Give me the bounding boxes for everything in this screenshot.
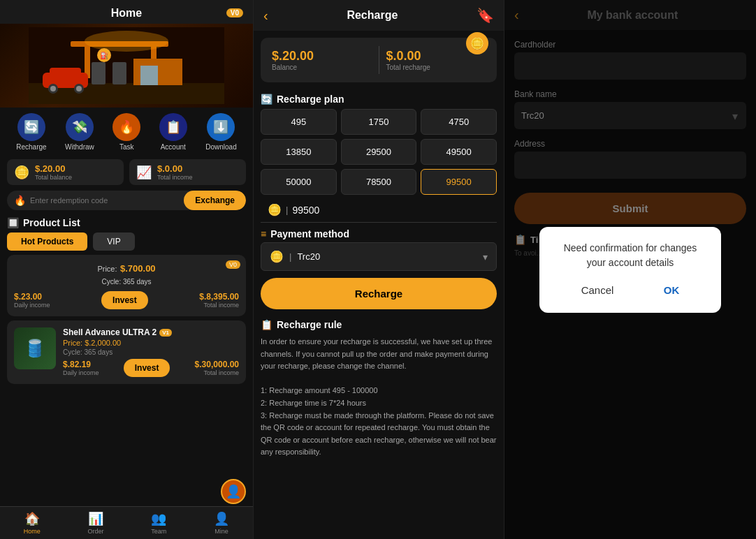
modal-cancel-btn[interactable]: Cancel [570, 281, 625, 299]
card2-stats: $.82.19 Daily income Invest $.30,000.00 … [63, 359, 239, 377]
modal-ok-btn[interactable]: OK [653, 281, 691, 299]
card1-daily-val: $.23.00 [14, 292, 50, 302]
mine-nav-icon: 👤 [214, 511, 229, 526]
avatar-float[interactable]: 👤 [221, 479, 246, 504]
payment-method-name: Trc20 [297, 251, 320, 262]
nav-order[interactable]: 📊 Order [88, 511, 104, 535]
payment-method-left: 🪙 | Trc20 [270, 250, 320, 263]
card2-daily-label: Daily income [63, 369, 99, 376]
card2-info: Shell Advance ULTRA 2 V1 Price: $.2,000.… [63, 327, 239, 377]
svg-rect-10 [50, 68, 81, 78]
card1-total-income: $.8,395.00 Total income [199, 292, 239, 309]
recharge-plan-header: 🔄 Recharge plan [254, 89, 504, 109]
task-icon-item[interactable]: 🔥 Task [112, 113, 140, 151]
svg-rect-7 [92, 62, 106, 84]
svg-point-12 [50, 86, 56, 91]
amount-btn-13850[interactable]: 13850 [261, 139, 337, 165]
card1-daily-label: Daily income [14, 302, 50, 309]
amount-btn-4750[interactable]: 4750 [421, 109, 497, 135]
recharge-panel: ‹ Recharge 🔖 🪙 $.20.00 Balance $.0.00 To… [253, 0, 504, 539]
amount-btn-49500[interactable]: 49500 [421, 139, 497, 165]
modal-box: Need confirmation for changes your accou… [539, 227, 721, 313]
tab-vip[interactable]: VIP [93, 232, 134, 251]
card1-price: $.700.00 [120, 263, 156, 274]
recharge-balance-box: 🪙 $.20.00 Balance $.0.00 Total recharge [261, 38, 497, 82]
home-nav-icon: 🏠 [24, 511, 40, 526]
account-icon: 📋 [159, 113, 187, 141]
card2-daily-val: $.82.19 [63, 360, 99, 369]
svg-rect-8 [112, 62, 126, 84]
exchange-button[interactable]: Exchange [184, 191, 246, 210]
recharge-label: Recharge [16, 143, 46, 151]
amount-btn-99500[interactable]: 99500 [421, 169, 497, 195]
withdraw-icon: 💸 [66, 113, 94, 141]
modal-overlay: Need confirmation for changes your accou… [504, 0, 756, 539]
recharge-back-btn[interactable]: ‹ [263, 8, 268, 24]
fire-icon: 🔥 [14, 195, 26, 206]
product-list-icon: 🔲 [7, 217, 19, 228]
order-nav-label: Order [88, 528, 104, 535]
card1-total-val: $.8,395.00 [199, 292, 239, 302]
svg-point-14 [76, 86, 82, 91]
product-card-1: V0 Price: $.700.00 Cycle: 365 days $.23.… [7, 255, 246, 316]
redeem-row: 🔥 Exchange [7, 191, 246, 210]
pipe-separator: | [286, 205, 288, 215]
recharge-button[interactable]: Recharge [261, 278, 497, 309]
download-label: Download [205, 143, 236, 151]
payment-method-select[interactable]: 🪙 | Trc20 ▾ [261, 242, 497, 271]
download-icon-item[interactable]: ⬇️ Download [205, 113, 236, 151]
v1-badge: V1 [159, 329, 172, 337]
nav-mine[interactable]: 👤 Mine [214, 511, 229, 535]
payment-method-header: ≡ Payment method [254, 223, 504, 242]
account-icon-item[interactable]: 📋 Account [159, 113, 187, 151]
nav-home[interactable]: 🏠 Home [24, 511, 41, 535]
balance-row: 🪙 $.20.00 Total balance 📈 $.0.00 Total i… [7, 159, 246, 185]
amount-btn-50000[interactable]: 50000 [261, 169, 337, 195]
card1-invest-btn[interactable]: Invest [101, 291, 148, 309]
home-icons: 🔄 Recharge 💸 Withdraw 🔥 Task 📋 Account ⬇… [0, 108, 253, 156]
card1-cycle: Cycle: 365 days [101, 278, 151, 286]
task-label: Task [119, 143, 134, 151]
total-income-box: 📈 $.0.00 Total income [129, 159, 246, 185]
amount-btn-78500[interactable]: 78500 [341, 169, 417, 195]
amount-btn-495[interactable]: 495 [261, 109, 337, 135]
withdraw-icon-item[interactable]: 💸 Withdraw [65, 113, 94, 151]
card1-stats: $.23.00 Daily income Invest $.8,395.00 T… [14, 291, 239, 309]
income-icon: 📈 [136, 165, 152, 180]
recharge-balance-item: $.20.00 Balance [272, 49, 372, 71]
download-icon: ⬇️ [207, 113, 235, 141]
product-list-title: Product List [23, 217, 80, 228]
product-tabs: Hot Products VIP [7, 232, 246, 251]
card1-price-label: Price: [97, 265, 117, 273]
home-panel: Home V0 [0, 0, 253, 539]
coin-top-icon: 🪙 [466, 32, 488, 54]
bank-panel: ‹ My bank account Cardholder Bank name T… [504, 0, 756, 539]
payment-method-title: Payment method [270, 228, 349, 239]
product-list-header: 🔲 Product List [0, 213, 253, 232]
nav-team[interactable]: 👥 Team [151, 511, 166, 535]
total-balance-box: 🪙 $.20.00 Total balance [7, 159, 124, 185]
recharge-help-icon[interactable]: 🔖 [477, 7, 494, 24]
total-balance-label: Total balance [35, 174, 72, 181]
card2-invest-btn[interactable]: Invest [124, 359, 170, 377]
svg-rect-6 [140, 66, 158, 85]
amount-btn-29500[interactable]: 29500 [341, 139, 417, 165]
tab-hot-products[interactable]: Hot Products [7, 232, 87, 251]
payment-dropdown-icon: ▾ [483, 251, 488, 263]
recharge-icon-item[interactable]: 🔄 Recharge [16, 113, 46, 151]
svg-text:⛽: ⛽ [100, 51, 109, 60]
order-nav-icon: 📊 [88, 511, 103, 526]
withdraw-label: Withdraw [65, 143, 94, 151]
recharge-icon: 🔄 [17, 113, 45, 141]
pm-pipe: | [289, 251, 291, 262]
plan-title: Recharge plan [277, 94, 344, 105]
rule-header: 📋 Recharge rule [254, 316, 504, 333]
card1-center: Price: $.700.00 Cycle: 365 days [14, 262, 239, 287]
total-balance-amount: $.20.00 [35, 163, 72, 174]
svg-point-15 [85, 31, 168, 52]
product-card-2: 🛢️ Shell Advance ULTRA 2 V1 Price: $.2,0… [7, 320, 246, 384]
coin-small-icon: 🪙 [268, 203, 282, 216]
selected-amount-value: 99500 [292, 205, 319, 216]
amount-btn-1750[interactable]: 1750 [341, 109, 417, 135]
redemption-code-input[interactable] [30, 196, 184, 205]
